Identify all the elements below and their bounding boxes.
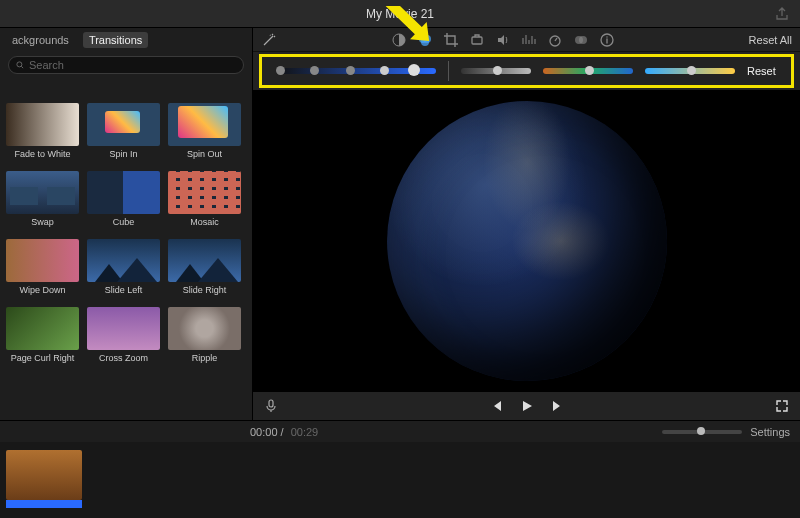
divider [448, 61, 449, 81]
share-icon[interactable] [774, 6, 790, 22]
transition-item[interactable]: Swap [6, 171, 79, 233]
svg-rect-6 [472, 37, 482, 44]
time-sep: / [278, 426, 287, 438]
transition-label: Mosaic [190, 217, 219, 227]
contrast-slider[interactable] [461, 68, 531, 74]
transition-item[interactable]: Spin In [87, 103, 160, 165]
stabilization-icon[interactable] [469, 32, 485, 48]
transition-item[interactable]: Wipe Down [6, 239, 79, 301]
transition-label: Wipe Down [19, 285, 65, 295]
transition-item[interactable]: Fade to White [6, 103, 79, 165]
noise-reduction-icon[interactable] [521, 32, 537, 48]
play-icon[interactable] [519, 398, 535, 414]
reset-button[interactable]: Reset [747, 65, 776, 77]
transition-item[interactable]: Mosaic [168, 171, 241, 233]
reset-all-button[interactable]: Reset All [749, 34, 792, 46]
tab-backgrounds[interactable]: ackgrounds [6, 32, 75, 48]
timeline[interactable] [0, 442, 800, 518]
transition-item[interactable]: Cross Zoom [87, 307, 160, 369]
transition-label: Spin Out [187, 149, 222, 159]
transition-label: Fade to White [14, 149, 70, 159]
transition-item[interactable]: Slide Left [87, 239, 160, 301]
temperature-slider[interactable] [645, 68, 735, 74]
color-correction-controls: Reset [259, 54, 794, 88]
search-input[interactable]: Search [8, 56, 244, 74]
transition-label: Ripple [192, 353, 218, 363]
transition-item[interactable]: Spin Out [168, 103, 241, 165]
transition-label: Swap [31, 217, 54, 227]
search-placeholder: Search [29, 59, 64, 71]
transition-item[interactable]: Slide Right [168, 239, 241, 301]
transition-label: Cube [113, 217, 135, 227]
transition-item[interactable]: Ripple [168, 307, 241, 369]
clip-filter-icon[interactable] [573, 32, 589, 48]
info-icon[interactable] [599, 32, 615, 48]
prev-frame-icon[interactable] [489, 398, 505, 414]
transition-label: Cross Zoom [99, 353, 148, 363]
preview-frame [387, 101, 667, 381]
settings-button[interactable]: Settings [750, 426, 790, 438]
transition-item[interactable]: Cube [87, 171, 160, 233]
video-viewer[interactable] [253, 90, 800, 392]
timeline-clip[interactable] [6, 450, 82, 500]
color-correction-icon[interactable] [417, 32, 433, 48]
voiceover-icon[interactable] [263, 398, 279, 414]
preview-panel: Reset All Reset [253, 28, 800, 420]
transition-item[interactable]: Page Curl Right [6, 307, 79, 369]
zoom-slider[interactable] [662, 430, 742, 434]
duration: 00:29 [291, 426, 319, 438]
fullscreen-icon[interactable] [774, 398, 790, 414]
speed-icon[interactable] [547, 32, 563, 48]
search-icon [15, 60, 25, 70]
svg-point-1 [17, 62, 22, 67]
tab-transitions[interactable]: Transitions [83, 32, 148, 48]
svg-point-9 [579, 36, 587, 44]
saturation-slider[interactable] [543, 68, 633, 74]
next-frame-icon[interactable] [549, 398, 565, 414]
enhance-icon[interactable] [261, 32, 277, 48]
volume-icon[interactable] [495, 32, 511, 48]
window-title: My Movie 21 [366, 7, 434, 21]
transition-label: Spin In [109, 149, 137, 159]
crop-icon[interactable] [443, 32, 459, 48]
playhead-time: 00:00 [250, 426, 278, 438]
media-browser: ackgrounds Transitions Search Fade to Wh… [0, 28, 253, 420]
svg-point-5 [421, 38, 429, 46]
transition-label: Page Curl Right [11, 353, 75, 363]
transition-label: Slide Right [183, 285, 227, 295]
color-balance-icon[interactable] [391, 32, 407, 48]
transition-label: Slide Left [105, 285, 143, 295]
exposure-slider[interactable] [276, 68, 436, 74]
svg-rect-11 [269, 400, 273, 407]
